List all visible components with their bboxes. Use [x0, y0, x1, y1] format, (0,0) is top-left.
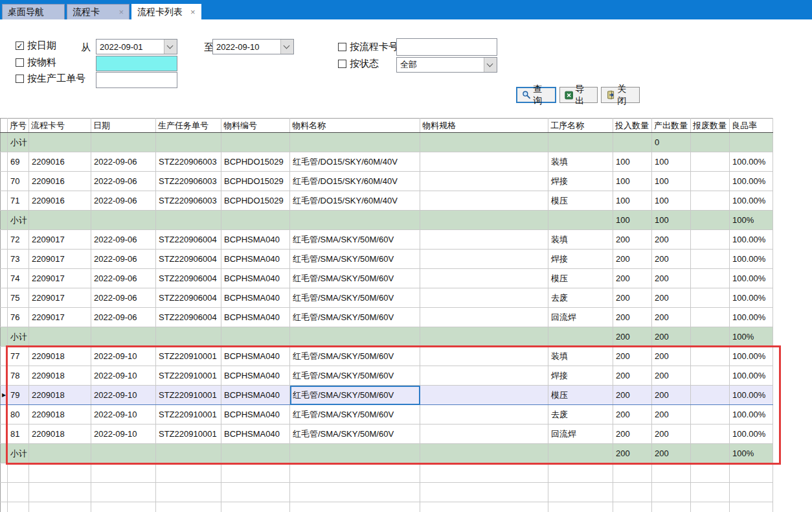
subtotal-row[interactable]: 小计0 — [1, 133, 773, 152]
table-row[interactable]: 8022090182022-09-10STZ220910001BCPHSMA04… — [1, 405, 773, 425]
cell-qty-out[interactable]: 100 — [652, 172, 691, 191]
cell-qty-in[interactable]: 200 — [613, 327, 652, 347]
cell-qty-out[interactable]: 200 — [652, 366, 691, 386]
date-to-combo[interactable]: 2022-09-10 — [212, 39, 294, 54]
cell-qty-out[interactable]: 200 — [652, 425, 691, 444]
cell-qty-scrap[interactable] — [691, 347, 730, 366]
cell-card-no[interactable] — [29, 133, 91, 152]
cell-qty-in[interactable]: 200 — [613, 444, 652, 463]
subtotal-row[interactable]: 小计200200100% — [1, 327, 773, 347]
cell-material-name[interactable]: 红毛管/DO15/SKY/60M/40V — [290, 172, 420, 191]
cell-material-code[interactable]: BCPHSMA040 — [221, 425, 290, 444]
cell-yield-rate[interactable]: 100.00% — [730, 288, 773, 308]
cell-date[interactable]: 2022-09-06 — [91, 230, 156, 250]
cell-task-no[interactable]: STZ220906004 — [156, 288, 221, 308]
query-button[interactable]: 查询 — [516, 87, 556, 103]
column-header-task-no[interactable]: 生产任务单号 — [156, 119, 221, 133]
cell-material-spec[interactable] — [420, 172, 548, 191]
cell-task-no[interactable]: STZ220910001 — [156, 347, 221, 366]
cell-yield-rate[interactable]: 100.00% — [730, 250, 773, 269]
cell-qty-in[interactable]: 200 — [613, 288, 652, 308]
cell-task-no[interactable]: STZ220906004 — [156, 230, 221, 250]
cell-task-no[interactable] — [156, 211, 221, 230]
cell-seq[interactable]: 71 — [8, 191, 29, 211]
status-combo[interactable]: 全部 — [396, 57, 497, 73]
column-header-seq[interactable]: 序号 — [8, 119, 29, 133]
cell-qty-out[interactable]: 200 — [652, 347, 691, 366]
cell-material-spec[interactable] — [420, 211, 548, 230]
cell-card-no[interactable]: 2209017 — [29, 288, 91, 308]
cell-date[interactable]: 2022-09-10 — [91, 347, 156, 366]
cell-qty-in[interactable]: 200 — [613, 230, 652, 250]
chevron-down-icon[interactable] — [280, 40, 293, 54]
by-status-checkbox[interactable] — [338, 60, 346, 68]
cell-process-name[interactable]: 模压 — [548, 191, 613, 211]
cell-process-name[interactable]: 模压 — [548, 269, 613, 288]
cell-qty-in[interactable]: 200 — [613, 308, 652, 327]
table-row[interactable]: 7722090182022-09-10STZ220910001BCPHSMA04… — [1, 347, 773, 366]
cell-qty-scrap[interactable] — [691, 444, 730, 463]
by-material-checkbox[interactable] — [16, 58, 24, 67]
cell-yield-rate[interactable]: 100.00% — [730, 308, 773, 327]
cell-material-spec[interactable] — [420, 405, 548, 425]
cell-card-no[interactable]: 2209016 — [29, 172, 91, 191]
cell-material-spec[interactable] — [420, 230, 548, 250]
cell-seq[interactable]: 78 — [8, 366, 29, 386]
cell-qty-scrap[interactable] — [691, 288, 730, 308]
cell-qty-scrap[interactable] — [691, 405, 730, 425]
tab-close-icon[interactable]: × — [118, 8, 124, 16]
cell-seq[interactable]: 74 — [8, 269, 29, 288]
cell-card-no[interactable]: 2209017 — [29, 308, 91, 327]
cell-qty-in[interactable] — [613, 133, 652, 152]
cell-date[interactable]: 2022-09-06 — [91, 152, 156, 172]
cell-card-no[interactable]: 2209018 — [29, 366, 91, 386]
cell-qty-out[interactable]: 200 — [652, 386, 691, 405]
close-button[interactable]: 关闭 — [601, 87, 640, 103]
by-date-checkbox[interactable] — [16, 41, 24, 50]
column-header-process-name[interactable]: 工序名称 — [548, 119, 613, 133]
cell-material-code[interactable] — [221, 444, 290, 463]
cell-yield-rate[interactable]: 100.00% — [730, 405, 773, 425]
cell-date[interactable] — [91, 133, 156, 152]
table-row[interactable]: ▶7922090182022-09-10STZ220910001BCPHSMA0… — [1, 386, 773, 405]
cell-seq[interactable]: 79 — [8, 386, 29, 405]
cell-qty-out[interactable]: 100 — [652, 191, 691, 211]
cell-process-name[interactable]: 装填 — [548, 230, 613, 250]
material-input[interactable] — [96, 56, 177, 71]
column-header-qty-scrap[interactable]: 报废数量 — [691, 119, 730, 133]
cell-seq[interactable]: 72 — [8, 230, 29, 250]
chevron-down-icon[interactable] — [484, 58, 497, 72]
column-header-date[interactable]: 日期 — [91, 119, 156, 133]
table-row[interactable]: 7122090162022-09-06STZ220906003BCPHDO150… — [1, 191, 773, 211]
cell-qty-in[interactable]: 200 — [613, 347, 652, 366]
cell-qty-out[interactable]: 200 — [652, 230, 691, 250]
cell-material-spec[interactable] — [420, 191, 548, 211]
cell-qty-out[interactable]: 100 — [652, 152, 691, 172]
cell-material-name[interactable]: 红毛管/SMA/SKY/50M/60V — [290, 308, 420, 327]
cell-material-spec[interactable] — [420, 133, 548, 152]
cell-date[interactable]: 2022-09-10 — [91, 425, 156, 444]
subtotal-row[interactable]: 小计200200100% — [1, 444, 773, 463]
cell-process-name[interactable] — [548, 444, 613, 463]
cell-material-code[interactable]: BCPHDO15029 — [221, 172, 290, 191]
cell-process-name[interactable] — [548, 327, 613, 347]
subtotal-row[interactable]: 小计100100100% — [1, 211, 773, 230]
cell-material-name[interactable] — [290, 211, 420, 230]
cell-process-name[interactable]: 焊接 — [548, 172, 613, 191]
cell-seq[interactable]: 69 — [8, 152, 29, 172]
tab-desktop-nav[interactable]: 桌面导航 — [2, 4, 65, 19]
cell-card-no[interactable]: 2209016 — [29, 152, 91, 172]
cell-material-spec[interactable] — [420, 386, 548, 405]
cell-material-code[interactable]: BCPHSMA040 — [221, 347, 290, 366]
cell-date[interactable]: 2022-09-06 — [91, 288, 156, 308]
table-row[interactable]: 7322090172022-09-06STZ220906004BCPHSMA04… — [1, 250, 773, 269]
column-header-material-name[interactable]: 物料名称 — [290, 119, 420, 133]
cell-qty-out[interactable]: 200 — [652, 288, 691, 308]
cell-process-name[interactable]: 焊接 — [548, 250, 613, 269]
table-row[interactable]: 7022090162022-09-06STZ220906003BCPHDO150… — [1, 172, 773, 191]
cell-material-code[interactable]: BCPHDO15029 — [221, 152, 290, 172]
cell-material-code[interactable]: BCPHSMA040 — [221, 405, 290, 425]
cell-material-name[interactable]: 红毛管/DO15/SKY/60M/40V — [290, 191, 420, 211]
cell-task-no[interactable] — [156, 327, 221, 347]
cell-qty-scrap[interactable] — [691, 386, 730, 405]
